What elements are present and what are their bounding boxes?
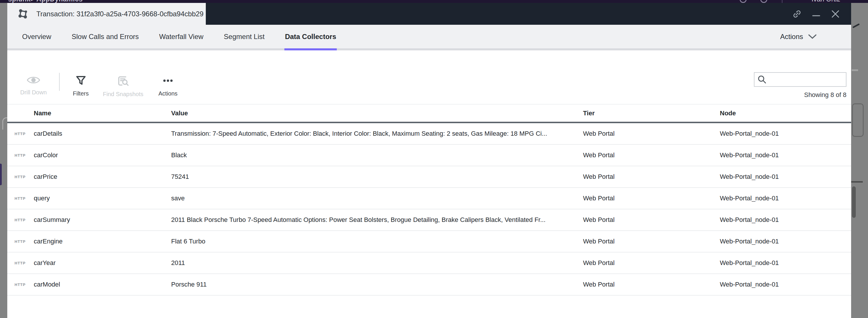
row-tier-cell: Web Portal — [583, 238, 720, 245]
transaction-tab[interactable]: Transaction: 31f2a3f0-a25a-4703-9668-0cf… — [7, 3, 206, 25]
underlying-page-header: splunk> AppDynamics Ivan Ortiz — [0, 0, 868, 3]
row-name-cell: carPrice — [34, 173, 171, 180]
find-snapshots-icon — [117, 75, 129, 87]
protocol-badge: HTTP — [7, 261, 34, 265]
table-header: Name Value Tier Node — [7, 105, 851, 123]
background-nav-indicator — [0, 164, 2, 185]
row-node-cell: Web-Portal_node-01 — [720, 259, 851, 267]
dialog-actions-label: Actions — [780, 33, 803, 41]
row-value-cell: Porsche 911 — [171, 281, 583, 288]
row-value-cell: 75241 — [171, 173, 583, 180]
tabs: Overview Slow Calls and Errors Waterfall… — [22, 25, 336, 50]
row-name-cell: carDetails — [34, 130, 171, 138]
tab-segment-list[interactable]: Segment List — [224, 25, 265, 48]
protocol-badge: HTTP — [7, 218, 34, 222]
row-name-cell: carSummary — [34, 216, 171, 224]
table-row[interactable]: HTTPcarColorBlackWeb PortalWeb-Portal_no… — [7, 145, 851, 166]
row-tier-cell: Web Portal — [583, 151, 720, 159]
screen: splunk> AppDynamics Ivan Ortiz — [0, 0, 868, 318]
column-header-name[interactable]: Name — [34, 110, 171, 117]
header-divider — [782, 0, 782, 3]
dimmed-background-left — [0, 3, 7, 318]
background-scrollbar-fragment — [852, 186, 856, 218]
window-controls — [792, 3, 851, 25]
toolbar-divider — [59, 73, 60, 91]
table-row[interactable]: HTTPcarDetailsTransmission: 7-Speed Auto… — [7, 123, 851, 145]
row-tier-cell: Web Portal — [583, 281, 720, 288]
tab-slow-calls-and-errors[interactable]: Slow Calls and Errors — [72, 25, 139, 48]
row-name-cell: carEngine — [34, 238, 171, 245]
row-tier-cell: Web Portal — [583, 173, 720, 180]
row-name-cell: carColor — [34, 151, 171, 159]
row-value-cell: Black — [171, 151, 583, 159]
protocol-badge: HTTP — [7, 283, 34, 287]
transaction-dialog: Transaction: 31f2a3f0-a25a-4703-9668-0cf… — [7, 3, 851, 318]
table-row[interactable]: HTTPcarModelPorsche 911Web PortalWeb-Por… — [7, 274, 851, 296]
close-icon[interactable] — [831, 9, 840, 19]
row-name-cell: carYear — [34, 259, 171, 267]
row-node-cell: Web-Portal_node-01 — [720, 151, 851, 159]
background-line-fragment — [851, 181, 863, 182]
row-node-cell: Web-Portal_node-01 — [720, 130, 851, 138]
dimmed-background-right — [851, 3, 868, 318]
column-header-node[interactable]: Node — [720, 110, 851, 117]
row-tier-cell: Web Portal — [583, 216, 720, 224]
dialog-tabbar: Overview Slow Calls and Errors Waterfall… — [7, 25, 851, 50]
find-snapshots-button: Find Snapshots — [100, 75, 147, 97]
row-value-cell: save — [171, 195, 583, 202]
row-tier-cell: Web Portal — [583, 259, 720, 267]
tab-overview[interactable]: Overview — [22, 25, 51, 48]
drill-down-button: Drill Down — [16, 75, 51, 96]
link-icon[interactable] — [792, 9, 802, 19]
row-value-cell: Flat 6 Turbo — [171, 238, 583, 245]
drill-down-label: Drill Down — [20, 89, 46, 96]
search-icon — [757, 75, 767, 84]
row-node-cell: Web-Portal_node-01 — [720, 173, 851, 180]
dialog-title: Transaction: 31f2a3f0-a25a-4703-9668-0cf… — [36, 10, 204, 18]
search-box[interactable] — [754, 72, 846, 87]
toolbar-actions-label: Actions — [158, 90, 178, 97]
protocol-badge: HTTP — [7, 153, 34, 157]
data-collectors-table: Name Value Tier Node HTTPcarDetailsTrans… — [7, 104, 851, 318]
column-header-tier[interactable]: Tier — [583, 110, 720, 117]
brand-logo: splunk> AppDynamics — [8, 0, 83, 3]
tab-waterfall-view[interactable]: Waterfall View — [159, 25, 204, 48]
row-value-cell: 2011 — [171, 259, 583, 267]
eye-icon — [27, 75, 40, 85]
row-name-cell: query — [34, 195, 171, 202]
table-row[interactable]: HTTPcarSummary2011 Black Porsche Turbo 7… — [7, 209, 851, 231]
table-row[interactable]: HTTPcarYear2011Web PortalWeb-Portal_node… — [7, 253, 851, 274]
help-icon — [760, 0, 767, 3]
row-node-cell: Web-Portal_node-01 — [720, 216, 851, 224]
column-header-value[interactable]: Value — [171, 110, 583, 117]
row-tier-cell: Web Portal — [583, 130, 720, 138]
notifications-icon — [740, 0, 747, 3]
filters-label: Filters — [73, 90, 89, 97]
protocol-badge: HTTP — [7, 239, 34, 244]
toolbar: Drill Down Filters — [7, 50, 851, 104]
row-node-cell: Web-Portal_node-01 — [720, 195, 851, 202]
background-bar-fragment — [852, 69, 858, 71]
table-row[interactable]: HTTPcarPrice75241Web PortalWeb-Portal_no… — [7, 166, 851, 188]
ellipsis-icon — [161, 75, 175, 86]
table-row[interactable]: HTTPcarEngineFlat 6 TurboWeb PortalWeb-P… — [7, 231, 851, 253]
row-value-cell: 2011 Black Porsche Turbo 7-Speed Automat… — [171, 216, 583, 224]
tab-data-collectors[interactable]: Data Collectors — [285, 25, 336, 48]
protocol-badge: HTTP — [7, 132, 34, 136]
dialog-actions-dropdown[interactable]: Actions — [780, 25, 817, 48]
row-node-cell: Web-Portal_node-01 — [720, 238, 851, 245]
transaction-icon — [17, 8, 29, 20]
filters-button[interactable]: Filters — [65, 75, 96, 97]
table-body: HTTPcarDetailsTransmission: 7-Speed Auto… — [7, 123, 851, 296]
toolbar-actions-button[interactable]: Actions — [151, 75, 185, 97]
user-name: Ivan Ortiz — [811, 0, 840, 3]
row-name-cell: carModel — [34, 281, 171, 288]
table-row[interactable]: HTTPquerysaveWeb PortalWeb-Portal_node-0… — [7, 188, 851, 209]
filter-icon — [75, 75, 87, 86]
minimize-icon[interactable] — [811, 9, 821, 19]
protocol-badge: HTTP — [7, 196, 34, 201]
search-input[interactable] — [769, 76, 843, 83]
background-card-corner — [2, 117, 7, 129]
dialog-content: Drill Down Filters — [7, 50, 851, 318]
background-card-fragment — [852, 104, 864, 137]
